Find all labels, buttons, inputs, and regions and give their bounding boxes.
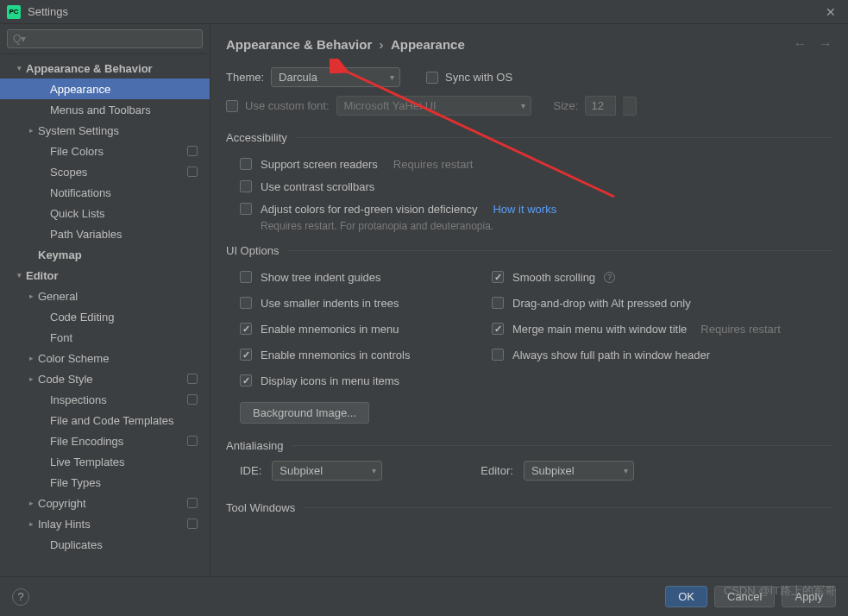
tree-item-inspections[interactable]: ▸Inspections [0,389,210,410]
close-icon[interactable]: ✕ [820,5,841,19]
tree-item-font[interactable]: ▸Font [0,327,210,348]
tree-label: System Settings [36,124,204,137]
ok-button[interactable]: OK [665,586,707,607]
project-badge-icon [187,498,198,508]
font-size-label: Size: [554,99,579,112]
ui-option-checkbox[interactable] [240,374,252,387]
tree-item-file-and-code-templates[interactable]: ▸File and Code Templates [0,410,210,431]
sidebar: ▾Appearance & Behavior▸Appearance▸Menus … [0,24,210,576]
ui-option-checkbox[interactable] [492,323,504,335]
dialog-footer: ? OK Cancel Apply [0,576,848,616]
font-size-input[interactable] [585,96,616,116]
project-badge-icon [187,374,198,384]
tree-item-appearance-behavior[interactable]: ▾Appearance & Behavior [0,58,210,79]
tree-item-editor[interactable]: ▾Editor [0,265,210,286]
background-image-button[interactable]: Background Image... [240,402,369,424]
tree-label: Notifications [48,186,204,199]
custom-font-checkbox[interactable] [226,100,238,112]
contrast-scrollbars-checkbox[interactable] [240,180,252,192]
aa-editor-select[interactable]: Subpixel [524,461,634,481]
tree-label: Appearance [48,83,204,96]
section-tool-windows: Tool Windows [226,501,832,514]
tree-item-code-style[interactable]: ▸Code Style [0,368,210,389]
tree-item-file-types[interactable]: ▸File Types [0,472,210,493]
tree-arrow-icon[interactable]: ▸ [26,374,36,383]
tree-arrow-icon[interactable]: ▸ [26,126,36,135]
ui-option-label: Merge main menu with window title [512,323,687,336]
tree-item-inlay-hints[interactable]: ▸Inlay Hints [0,513,210,534]
font-size-stepper[interactable] [623,97,637,116]
color-deficiency-label: Adjust colors for red-green vision defic… [261,203,477,216]
apply-button[interactable]: Apply [782,586,836,607]
ui-option-label: Display icons in menu items [261,374,399,387]
tree-arrow-icon[interactable]: ▸ [26,292,36,300]
screen-readers-checkbox[interactable] [240,158,252,170]
sync-os-checkbox[interactable] [426,72,438,84]
section-accessibility: Accessibility [226,131,832,144]
ui-option-checkbox[interactable] [240,349,252,361]
tree-item-color-scheme[interactable]: ▸Color Scheme [0,348,210,368]
ui-option-label: Drag-and-drop with Alt pressed only [512,297,691,310]
tree-item-notifications[interactable]: ▸Notifications [0,182,210,203]
nav-back-icon[interactable]: ← [793,36,807,51]
tree-arrow-icon: ▸ [38,209,48,217]
ui-option-label: Smooth scrolling [512,271,595,284]
tree-arrow-icon[interactable]: ▾ [14,64,24,72]
tree-arrow-icon: ▸ [38,188,48,197]
tree-item-copyright[interactable]: ▸Copyright [0,493,210,513]
project-badge-icon [187,167,198,177]
color-deficiency-note: Requires restart. For protanopia and deu… [226,220,832,232]
settings-tree[interactable]: ▾Appearance & Behavior▸Appearance▸Menus … [0,54,210,576]
ui-option-label: Enable mnemonics in menu [261,323,399,336]
tree-arrow-icon[interactable]: ▸ [26,519,36,528]
tree-item-keymap[interactable]: ▸Keymap [0,244,210,265]
tree-item-quick-lists[interactable]: ▸Quick Lists [0,203,210,223]
how-it-works-link[interactable]: How it works [493,203,556,216]
color-deficiency-checkbox[interactable] [240,203,252,215]
theme-select[interactable]: Darcula [271,67,400,87]
tree-arrow-icon: ▸ [38,105,48,114]
restart-hint: Requires restart [393,158,473,171]
tree-arrow-icon: ▸ [38,147,48,155]
tree-item-system-settings[interactable]: ▸System Settings [0,120,210,141]
ui-option-checkbox[interactable] [492,297,504,309]
window-title: Settings [28,5,820,18]
nav-forward-icon: → [819,36,832,51]
tree-item-duplicates[interactable]: ▸Duplicates [0,534,210,555]
tree-arrow-icon[interactable]: ▸ [26,499,36,507]
ui-option-checkbox[interactable] [240,323,252,335]
ui-option-checkbox[interactable] [240,271,252,283]
tree-label: Color Scheme [36,352,204,365]
tree-label: Code Editing [48,311,204,324]
tree-label: Menus and Toolbars [48,104,204,116]
tree-item-general[interactable]: ▸General [0,286,210,306]
font-select[interactable]: Microsoft YaHei UI [336,96,531,116]
search-input[interactable] [7,29,203,48]
help-icon[interactable]: ? [12,588,29,606]
tree-label: General [36,290,204,303]
sync-os-label: Sync with OS [445,71,512,84]
tree-label: Live Templates [48,456,204,468]
tree-item-appearance[interactable]: ▸Appearance [0,79,210,99]
section-antialiasing: Antialiasing [226,439,832,452]
ui-option-checkbox[interactable] [240,297,252,309]
tree-label: Code Style [36,373,187,386]
screen-readers-label: Support screen readers [261,158,378,171]
aa-ide-select[interactable]: Subpixel [272,461,382,481]
tree-label: Editor [24,269,204,282]
tree-arrow-icon[interactable]: ▸ [26,354,36,362]
tree-item-file-colors[interactable]: ▸File Colors [0,141,210,161]
tree-item-scopes[interactable]: ▸Scopes [0,161,210,182]
tree-item-code-editing[interactable]: ▸Code Editing [0,306,210,327]
info-icon[interactable]: ? [604,272,615,283]
tree-label: Copyright [36,497,187,510]
tree-label: Duplicates [48,538,204,551]
tree-item-menus-and-toolbars[interactable]: ▸Menus and Toolbars [0,99,210,120]
ui-option-checkbox[interactable] [492,349,504,361]
tree-item-path-variables[interactable]: ▸Path Variables [0,223,210,244]
tree-item-file-encodings[interactable]: ▸File Encodings [0,431,210,451]
cancel-button[interactable]: Cancel [714,586,775,607]
tree-arrow-icon[interactable]: ▾ [14,271,24,280]
ui-option-checkbox[interactable] [492,271,504,283]
tree-item-live-templates[interactable]: ▸Live Templates [0,451,210,472]
